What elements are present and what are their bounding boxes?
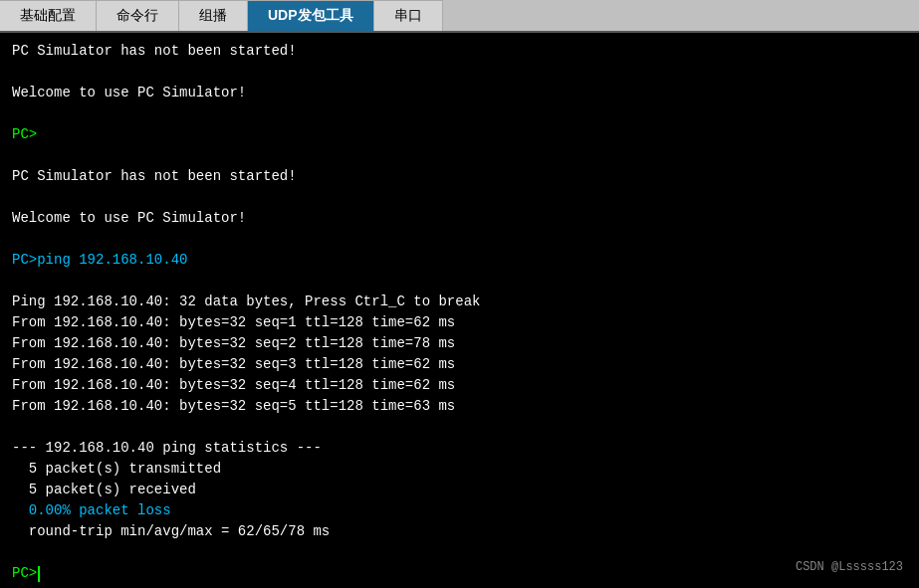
terminal-line: Welcome to use PC Simulator! (12, 208, 907, 229)
terminal-line: Ping 192.168.10.40: 32 data bytes, Press… (12, 292, 907, 312)
terminal-line (12, 103, 907, 124)
terminal-output[interactable]: PC Simulator has not been started! Welco… (0, 33, 919, 586)
cursor (38, 566, 40, 582)
terminal-line (12, 417, 907, 438)
tab-bar: 基础配置命令行组播UDP发包工具串口 (0, 0, 919, 33)
terminal-line (12, 271, 907, 292)
terminal-line: --- 192.168.10.40 ping statistics --- (12, 438, 907, 459)
terminal-line: PC> (12, 563, 907, 584)
terminal-line: 5 packet(s) transmitted (12, 459, 907, 480)
terminal-line: Welcome to use PC Simulator! (12, 83, 907, 103)
terminal-line: PC>ping 192.168.10.40 (12, 250, 907, 271)
terminal-line: From 192.168.10.40: bytes=32 seq=5 ttl=1… (12, 396, 907, 417)
tab-serial[interactable]: 串口 (374, 0, 443, 31)
terminal-line (12, 62, 907, 83)
tab-multicast[interactable]: 组播 (179, 0, 248, 31)
app-container: 基础配置命令行组播UDP发包工具串口 PC Simulator has not … (0, 0, 919, 586)
terminal-line: PC Simulator has not been started! (12, 166, 907, 187)
terminal-line: From 192.168.10.40: bytes=32 seq=4 ttl=1… (12, 375, 907, 396)
watermark: CSDN @Lsssss123 (796, 560, 903, 574)
terminal-line (12, 145, 907, 166)
terminal-line (12, 542, 907, 563)
tab-udp-tool[interactable]: UDP发包工具 (248, 0, 374, 31)
terminal-line: 5 packet(s) received (12, 480, 907, 500)
terminal-line: 0.00% packet loss (12, 500, 907, 521)
terminal-line (12, 187, 907, 208)
tab-command-line[interactable]: 命令行 (97, 0, 179, 31)
terminal-line: round-trip min/avg/max = 62/65/78 ms (12, 521, 907, 542)
terminal-line: From 192.168.10.40: bytes=32 seq=1 ttl=1… (12, 312, 907, 333)
terminal-line: PC Simulator has not been started! (12, 41, 907, 62)
terminal-line: PC> (12, 124, 907, 145)
terminal-line (12, 229, 907, 250)
terminal-line: From 192.168.10.40: bytes=32 seq=3 ttl=1… (12, 354, 907, 375)
terminal-line: From 192.168.10.40: bytes=32 seq=2 ttl=1… (12, 333, 907, 354)
tab-basic-config[interactable]: 基础配置 (0, 0, 97, 31)
